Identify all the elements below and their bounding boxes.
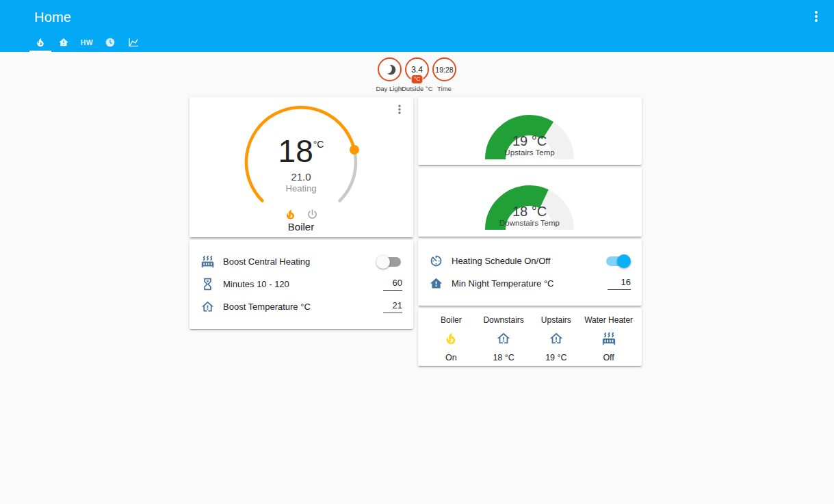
row-label: Minutes 10 - 120 (223, 279, 383, 289)
boost-heating-toggle[interactable] (378, 257, 401, 267)
home-alert-icon (549, 331, 564, 346)
badge-label: Day Light (376, 85, 403, 92)
timer-icon (429, 254, 444, 269)
row-boost-minutes: Minutes 10 - 120 60 (190, 273, 413, 295)
radiator-icon (200, 254, 216, 269)
boost-temperature-input[interactable]: 21 (383, 300, 402, 313)
tab-hw-label: HW (81, 38, 94, 47)
gauge-value: 18 °C (484, 204, 575, 220)
target-temperature: 21.0 (242, 171, 360, 183)
glance-state: On (445, 353, 457, 362)
glance-state: 18 °C (493, 353, 514, 362)
app-header: Home HW (0, 0, 834, 52)
badge-label: Time (437, 85, 452, 92)
glance-label: Boiler (441, 315, 462, 325)
glance-state: 19 °C (545, 353, 566, 362)
glance-item-boiler[interactable]: Boiler On (425, 315, 478, 362)
radiator-icon (601, 331, 616, 346)
glance-label: Upstairs (541, 315, 571, 325)
tab-history[interactable] (122, 33, 145, 52)
hourglass-icon (200, 277, 216, 292)
badge-value: 19:28 (435, 66, 453, 74)
overflow-menu-button[interactable] (808, 8, 824, 25)
dots-vertical-icon (808, 8, 824, 25)
row-min-night-temperature: Min Night Temperature °C 16 (418, 272, 642, 295)
hvac-mode-buttons (242, 208, 360, 221)
heat-mode-button fire-icon[interactable] (284, 208, 297, 221)
dots-vertical-icon (393, 103, 406, 116)
boost-minutes-input[interactable]: 60 (383, 278, 402, 291)
chart-line-icon (128, 37, 139, 48)
heating-schedule-card: Heating Schedule On/Off Min Night Temper… (418, 239, 642, 306)
view-tabs: HW (29, 33, 145, 52)
upstairs-gauge-card[interactable]: 19 °C Upstairs Temp (418, 97, 642, 165)
row-boost-temperature: Boost Temperature °C 21 (190, 295, 413, 318)
badge-time[interactable]: 19:28 Time (432, 57, 458, 92)
badge-value: 3.4 (411, 65, 423, 75)
badge-outside-temp[interactable]: 3.4 °C Outside °C (404, 57, 430, 92)
fire-icon (35, 37, 46, 48)
off-mode-button power-icon[interactable] (306, 208, 319, 221)
downstairs-gauge-card[interactable]: 18 °C Downstairs Temp (418, 168, 642, 237)
gauge-value: 19 °C (484, 133, 575, 149)
badge-day-light[interactable]: Day Light (377, 57, 403, 92)
moon-icon (382, 62, 398, 77)
row-boost-central-heating: Boost Central Heating (190, 250, 413, 273)
glance-state: Off (603, 353, 614, 362)
gauge-label: Downstairs Temp (484, 219, 575, 227)
row-label: Boost Central Heating (223, 256, 378, 267)
clock-icon (105, 37, 116, 48)
hvac-status: Heating (242, 183, 360, 194)
badge-label: Outside °C (401, 85, 432, 92)
downstairs-gauge[interactable]: 18 °C Downstairs Temp (484, 185, 575, 230)
heating-schedule-toggle[interactable] (606, 256, 629, 266)
row-heating-schedule: Heating Schedule On/Off (418, 250, 642, 272)
home-alert-icon (429, 276, 444, 291)
boost-heating-card: Boost Central Heating Minutes 10 - 120 6… (190, 240, 413, 329)
home-alert-icon (496, 331, 511, 346)
glance-card: Boiler On Downstairs 18 °C Upstairs 19 °… (418, 308, 642, 366)
glance-label: Water Heater (584, 315, 633, 325)
card-overflow-menu-button[interactable] (393, 103, 406, 116)
gauge-label: Upstairs Temp (484, 148, 575, 157)
row-label: Heating Schedule On/Off (452, 256, 606, 266)
glance-item-upstairs[interactable]: Upstairs 19 °C (530, 315, 583, 362)
tab-house[interactable] (52, 33, 75, 52)
badges-row: Day Light 3.4 °C Outside °C 19:28 Time (0, 57, 834, 92)
thermostat-entity-name: Boiler (242, 221, 360, 233)
tab-heating[interactable] (29, 33, 52, 52)
min-night-temperature-input[interactable]: 16 (608, 277, 631, 290)
thermostat-card: 18°C 21.0 Heating Boiler (190, 97, 413, 237)
row-label: Boost Temperature °C (223, 302, 383, 312)
current-temperature: 18°C (242, 135, 360, 167)
fire-icon (443, 331, 458, 346)
page-title: Home (34, 10, 71, 25)
upstairs-gauge[interactable]: 19 °C Upstairs Temp (484, 114, 575, 159)
home-alert-icon (200, 300, 216, 315)
glance-item-downstairs[interactable]: Downstairs 18 °C (478, 315, 530, 362)
glance-label: Downstairs (483, 315, 523, 325)
home-alert-icon (58, 37, 69, 48)
glance-item-water-heater[interactable]: Water Heater Off (582, 315, 635, 362)
tab-hot-water[interactable]: HW (75, 33, 99, 52)
tab-time[interactable] (99, 33, 122, 52)
row-label: Min Night Temperature °C (452, 278, 608, 289)
badge-unit: °C (411, 75, 423, 84)
